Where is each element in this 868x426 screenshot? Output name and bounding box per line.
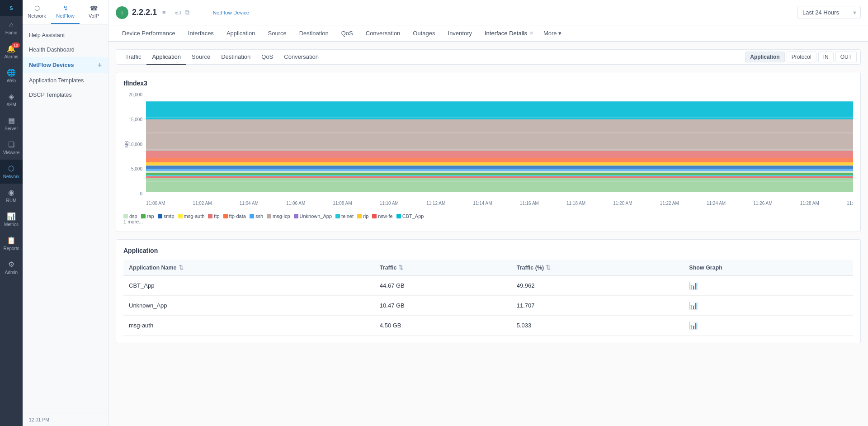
nav-tab-interfaces[interactable]: Interfaces xyxy=(182,25,220,42)
sidebar-item-help[interactable]: Help Assistant xyxy=(23,28,108,43)
col-label-traffic-pct: Traffic (%) xyxy=(517,265,544,271)
table-row: msg-auth4.50 GB5.033📊 xyxy=(123,316,853,336)
sidebar-tab-network[interactable]: ⬡Network xyxy=(23,0,51,24)
sidebar-menu: Help AssistantHealth DashboardNetFlow De… xyxy=(23,24,108,106)
sort-icon-traffic: ⇅ xyxy=(398,265,403,271)
legend-color-telnet xyxy=(335,214,340,218)
sidebar-item-health[interactable]: Health Dashboard xyxy=(23,43,108,57)
nav-item-alarms[interactable]: 🔔Alarms18 xyxy=(0,40,23,64)
sub-tab-application[interactable]: Application xyxy=(146,50,186,65)
nav-item-metrics[interactable]: 📊Metrics xyxy=(0,208,23,232)
nav-tab-source[interactable]: Source xyxy=(261,25,292,42)
voip-tab-icon: ☎ xyxy=(90,5,98,12)
legend-item-CBT_App: CBT_App xyxy=(396,213,424,219)
svg-marker-11 xyxy=(146,178,853,192)
show-graph-button-2[interactable]: 📊 xyxy=(689,322,698,329)
sub-tab-traffic[interactable]: Traffic xyxy=(120,50,146,65)
filter-btn-out[interactable]: OUT xyxy=(835,52,857,62)
nav-tab-more-button[interactable]: More▾ xyxy=(540,25,565,41)
sub-tab-conversation[interactable]: Conversation xyxy=(278,50,324,65)
logo-area: S xyxy=(0,0,23,16)
filter-btn-application[interactable]: Application xyxy=(745,52,784,62)
voip-tab-label: VoIP xyxy=(89,13,99,19)
device-link[interactable]: NetFlow Device xyxy=(213,10,250,15)
network-icon: ⬡ xyxy=(8,164,14,173)
time-range-select[interactable]: Last 24 HoursLast 12 HoursLast 6 HoursLa… xyxy=(797,6,861,19)
sub-tab-label-destination: Destination xyxy=(221,53,250,60)
nav-label-apm: APM xyxy=(6,102,16,107)
nav-tab-inventory[interactable]: Inventory xyxy=(442,25,478,42)
filter-buttons: ApplicationProtocolINOUT xyxy=(745,50,857,64)
col-header-traffic[interactable]: Traffic⇅ xyxy=(374,260,511,276)
filter-btn-in[interactable]: IN xyxy=(818,52,834,62)
nav-item-network[interactable]: ⬡Network xyxy=(0,160,23,184)
sidebar-label-dscp: DSCP Templates xyxy=(29,92,72,98)
nav-tab-interface-details[interactable]: Interface Details✕ xyxy=(478,25,540,42)
nav-item-home[interactable]: ⌂Home xyxy=(0,16,23,40)
nav-label-network: Network xyxy=(3,174,20,179)
sidebar-label-app-templates: Application Templates xyxy=(29,77,84,84)
sub-tab-destination[interactable]: Destination xyxy=(216,50,256,65)
close-tab-interface-details[interactable]: ✕ xyxy=(529,30,533,36)
chart-area xyxy=(146,92,853,196)
vmware-icon: ❏ xyxy=(8,140,14,149)
sidebar-tab-voip[interactable]: ☎VoIP xyxy=(80,0,108,24)
sub-tab-source[interactable]: Source xyxy=(186,50,216,65)
nav-item-rum[interactable]: ◉RUM xyxy=(0,184,23,208)
col-header-app-name[interactable]: Application Name⇅ xyxy=(123,260,374,276)
nav-tab-more-label: More xyxy=(543,30,557,37)
clone-icon[interactable]: ⧉ xyxy=(185,9,189,16)
web-icon: 🌐 xyxy=(7,68,16,77)
show-graph-button-0[interactable]: 📊 xyxy=(689,282,698,289)
add-netflow-device-button[interactable]: + xyxy=(98,61,102,69)
y-axis-unit: MB xyxy=(124,141,129,148)
sidebar-item-dscp[interactable]: DSCP Templates xyxy=(23,88,108,102)
tag-icon[interactable]: 🏷 xyxy=(175,9,181,16)
legend-label-msg-icp: msg-icp xyxy=(273,213,290,219)
col-header-traffic-pct[interactable]: Traffic (%)⇅ xyxy=(511,260,684,276)
legend-item-ftp-data: ftp-data xyxy=(223,213,246,219)
legend-item-smtp: smtp xyxy=(158,213,175,219)
sidebar-tab-netflow[interactable]: ↯NetFlow xyxy=(51,0,80,24)
y-axis-label: 0 xyxy=(140,191,142,196)
show-graph-button-1[interactable]: 📊 xyxy=(689,302,698,309)
nav-tab-label-device-perf: Device Performance xyxy=(122,30,175,37)
nav-tab-qos[interactable]: QoS xyxy=(335,25,359,42)
nav-tab-label-qos: QoS xyxy=(341,30,353,37)
legend-label-telnet: telnet xyxy=(341,213,354,219)
legend-more: 1 more... xyxy=(123,219,853,224)
nav-tab-destination[interactable]: Destination xyxy=(293,25,335,42)
alarm-badge: 18 xyxy=(12,43,20,48)
svg-marker-8 xyxy=(146,173,853,175)
sidebar-item-netflow-devices[interactable]: NetFlow Devices+ xyxy=(23,57,108,73)
nav-tab-application[interactable]: Application xyxy=(220,25,262,42)
sidebar-item-app-templates[interactable]: Application Templates xyxy=(23,73,108,88)
legend-label-msg-auth: msg-auth xyxy=(184,213,205,219)
nav-tab-conversation[interactable]: Conversation xyxy=(359,25,407,42)
sub-tab-label-conversation: Conversation xyxy=(284,53,319,60)
nav-item-admin[interactable]: ⚙Admin xyxy=(0,256,23,279)
sub-tab-label-qos: QoS xyxy=(261,53,273,60)
nav-item-reports[interactable]: 📋Reports xyxy=(0,232,23,256)
legend-label-ftp: ftp xyxy=(214,213,219,219)
col-label-show-graph: Show Graph xyxy=(689,265,722,271)
nav-tab-outages[interactable]: Outages xyxy=(406,25,441,42)
nav-tab-device-perf[interactable]: Device Performance xyxy=(116,25,182,42)
legend-color-msg-icp xyxy=(267,214,271,218)
nav-item-apm[interactable]: ◈APM xyxy=(0,88,23,112)
nav-label-admin: Admin xyxy=(5,270,18,275)
device-menu-icon[interactable]: ≡ xyxy=(162,9,166,16)
legend-label-rap: rap xyxy=(147,213,154,219)
svg-marker-0 xyxy=(146,101,853,119)
filter-btn-protocol[interactable]: Protocol xyxy=(787,52,816,62)
nav-item-web[interactable]: 🌐Web xyxy=(0,64,23,88)
nav-item-vmware[interactable]: ❏VMware xyxy=(0,136,23,160)
legend-label-Unknown_App: Unknown_App xyxy=(300,213,332,219)
legend-item-ftp: ftp xyxy=(208,213,219,219)
nav-item-server[interactable]: ▦Server xyxy=(0,112,23,136)
chart-y-axis: MB20,00015,00010,0005,0000 xyxy=(123,92,146,196)
chart-container: MB20,00015,00010,0005,0000 xyxy=(123,92,853,210)
table-title: Application xyxy=(123,247,853,254)
sidebar: ⬡Network↯NetFlow☎VoIP Help AssistantHeal… xyxy=(23,0,108,426)
sub-tab-qos[interactable]: QoS xyxy=(256,50,278,65)
